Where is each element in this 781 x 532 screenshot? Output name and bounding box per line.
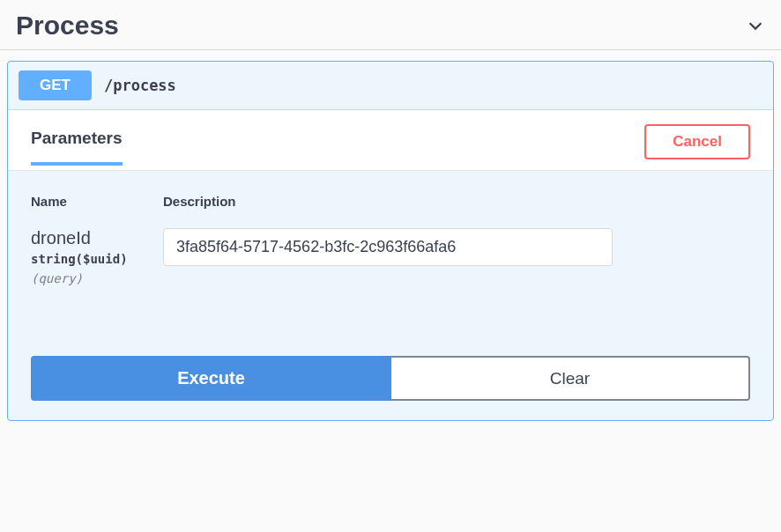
parameter-name: droneId	[31, 228, 163, 248]
action-button-row: Execute Clear	[31, 356, 750, 401]
parameter-meta: droneId string($uuid) (query)	[31, 228, 163, 285]
method-badge: GET	[19, 70, 92, 100]
cancel-button[interactable]: Cancel	[644, 124, 750, 159]
tab-row: Parameters Cancel	[8, 110, 773, 171]
parameter-in: (query)	[31, 271, 163, 285]
operation-summary[interactable]: GET /process	[8, 62, 773, 110]
clear-button[interactable]: Clear	[391, 356, 750, 401]
parameters-body: Name Description droneId string($uuid) (…	[8, 171, 773, 294]
column-description-header: Description	[163, 194, 750, 209]
parameter-type: string($uuid)	[31, 252, 163, 266]
operation-block: GET /process Parameters Cancel Name Desc…	[7, 61, 774, 421]
column-headers: Name Description	[31, 194, 750, 209]
chevron-down-icon[interactable]	[746, 16, 765, 35]
tab-parameters[interactable]: Parameters	[31, 129, 123, 166]
parameter-row: droneId string($uuid) (query)	[31, 228, 750, 285]
parameter-input-wrap	[163, 228, 613, 266]
execute-button[interactable]: Execute	[31, 356, 391, 401]
section-header[interactable]: Process	[0, 0, 781, 50]
section-title: Process	[16, 11, 119, 41]
column-name-header: Name	[31, 194, 163, 209]
parameter-value-input[interactable]	[163, 228, 613, 266]
operation-path: /process	[104, 77, 176, 94]
